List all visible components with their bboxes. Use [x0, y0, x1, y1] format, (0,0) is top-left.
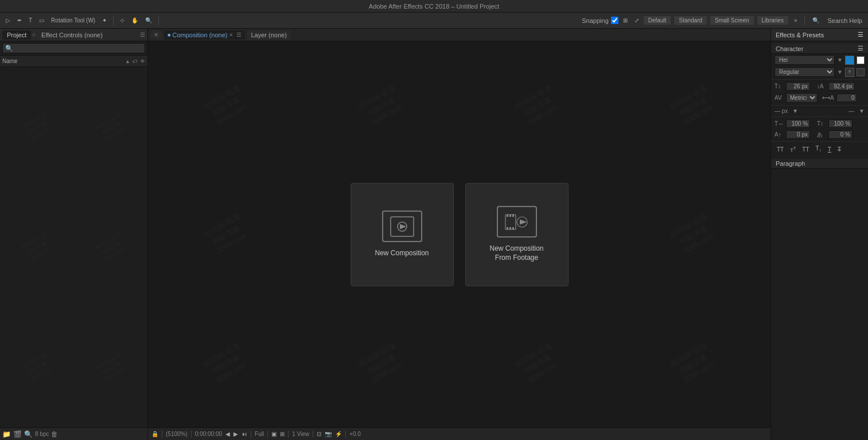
- shape-tool[interactable]: ▭: [37, 16, 46, 25]
- baseline-shift-input[interactable]: [786, 130, 810, 139]
- font-expand-icon[interactable]: ▼: [837, 57, 843, 63]
- expand-icon[interactable]: ⤢: [632, 16, 641, 25]
- selection-tool[interactable]: ▷: [3, 16, 13, 25]
- title-bar: Adobe After Effects CC 2018 – Untitled P…: [0, 0, 868, 13]
- comp-tab-layer[interactable]: Layer (none): [247, 30, 290, 40]
- sort-icon[interactable]: ▲: [125, 59, 130, 64]
- fmt-underline[interactable]: T: [826, 145, 834, 154]
- vc-resolution[interactable]: Full: [255, 431, 264, 437]
- effects-presets-title: Effects & Presets: [776, 32, 824, 38]
- tab-project[interactable]: Project: [2, 30, 31, 40]
- fmt-subscript[interactable]: T↑: [813, 144, 824, 154]
- font-size-input[interactable]: [786, 82, 810, 91]
- comp-viewer: 3D动画·动漫招贴字幕3D66.com 3D动画·动漫招贴字幕3D66.com …: [148, 41, 770, 427]
- vc-fast-preview[interactable]: ⚡: [335, 431, 342, 437]
- comp-tab-close[interactable]: ✕: [229, 32, 233, 38]
- vc-play[interactable]: ⏯: [242, 431, 247, 437]
- snapping-checkbox[interactable]: [611, 17, 618, 24]
- project-search: [0, 41, 147, 56]
- anchor-tool[interactable]: ✦: [100, 16, 109, 25]
- baseline-shift-row: A↑ あ: [771, 129, 868, 140]
- tracking-value-input[interactable]: [836, 94, 857, 102]
- effects-menu-icon[interactable]: ☰: [858, 31, 863, 38]
- new-folder-icon[interactable]: 📁: [2, 430, 11, 438]
- text-color-box[interactable]: [845, 56, 854, 65]
- search-icon[interactable]: 🔍: [810, 16, 822, 25]
- leading-input[interactable]: [828, 82, 855, 91]
- new-comp-icon[interactable]: 🎬: [13, 430, 22, 438]
- baseline-px-label: —: [848, 108, 854, 114]
- fmt-small-caps[interactable]: TT: [788, 145, 798, 154]
- eye-icon[interactable]: 👁: [140, 59, 145, 64]
- snap-icon[interactable]: ⊞: [621, 16, 630, 25]
- vc-render-btn[interactable]: ⊡: [317, 431, 321, 437]
- vc-zoom[interactable]: (5100%): [166, 431, 188, 437]
- effects-presets-header: Effects & Presets ☰: [771, 29, 868, 41]
- new-comp-icon-box: [382, 211, 422, 242]
- zoom-tool[interactable]: 🔍: [143, 16, 154, 25]
- panel-menu-icon[interactable]: ☰: [140, 32, 145, 38]
- workspace-default[interactable]: Default: [644, 16, 671, 25]
- tracking2-icon: ⟷A: [822, 95, 834, 101]
- vc-prev-frame[interactable]: ◀: [225, 431, 230, 437]
- rotation-tool[interactable]: Rotation Tool (W): [49, 16, 98, 25]
- vc-timecode[interactable]: 0:00:00:00: [195, 431, 222, 437]
- vc-offset[interactable]: +0.0: [349, 431, 361, 437]
- project-search-input[interactable]: [2, 43, 145, 53]
- new-comp-footage-svg: [504, 211, 530, 233]
- pen-tool[interactable]: ✒: [15, 16, 24, 25]
- vc-grid[interactable]: ⊞: [280, 431, 285, 437]
- comp-tab-menu[interactable]: ☰: [236, 32, 242, 38]
- snapping-label: Snapping: [582, 17, 609, 24]
- tsuki-input[interactable]: [828, 130, 853, 139]
- fmt-superscript[interactable]: TT: [800, 145, 811, 154]
- layer-tab-label: Layer (none): [251, 32, 286, 38]
- viewer-controls: 🔒 (5100%) 0:00:00:00 ◀ ▶ ⏯ Full ▣ ⊞ 1 Vi…: [148, 427, 770, 440]
- label-icon[interactable]: 🏷: [133, 59, 138, 64]
- vc-next-frame[interactable]: ▶: [233, 431, 238, 437]
- vc-sep-2: [191, 431, 192, 438]
- search-footer-icon[interactable]: 🔍: [24, 430, 33, 438]
- wm-9: 3D动画·动漫招贴字幕3D66.com: [148, 268, 325, 427]
- scale-h-input[interactable]: [786, 119, 810, 128]
- text-stroke-color[interactable]: [857, 56, 865, 64]
- style-expand-icon[interactable]: ▼: [837, 69, 843, 75]
- kerning-method-select[interactable]: Metrics: [786, 93, 818, 103]
- new-composition-card[interactable]: New Composition: [351, 183, 454, 286]
- baseline-expand[interactable]: ▼: [792, 108, 798, 114]
- camera-tool[interactable]: ⊹: [118, 16, 127, 25]
- vc-region[interactable]: ▣: [271, 431, 277, 437]
- scale-v-input[interactable]: [828, 119, 853, 128]
- workspace-libraries[interactable]: Libraries: [757, 16, 788, 25]
- svg-rect-7: [509, 227, 511, 229]
- wm-11: 3D动画·动漫招贴字幕3D66.com: [438, 268, 637, 427]
- delete-icon[interactable]: 🗑: [51, 430, 58, 438]
- vc-sep-3: [251, 431, 251, 438]
- character-menu[interactable]: ☰: [858, 45, 863, 52]
- workspace-standard[interactable]: Standard: [674, 16, 707, 25]
- project-footer: 📁 🎬 🔍 8 bpc 🗑: [0, 427, 147, 440]
- start-cards: New Composition: [351, 183, 569, 286]
- fmt-all-caps[interactable]: TT: [774, 145, 786, 154]
- wm-12: 3D动画·动漫招贴字幕3D66.com: [593, 268, 770, 427]
- hand-tool[interactable]: ✋: [129, 16, 141, 25]
- fmt-strikethrough[interactable]: T: [835, 145, 843, 154]
- vc-views[interactable]: 1 View: [292, 431, 309, 437]
- baseline-px-expand[interactable]: ▼: [859, 108, 865, 114]
- comp-tab-close-all[interactable]: ✕: [150, 30, 162, 39]
- font-name-select[interactable]: Hei: [774, 55, 835, 65]
- text-tool[interactable]: T: [26, 16, 34, 25]
- tab-effect-controls[interactable]: Effect Controls (none): [37, 30, 107, 40]
- text-bg-color[interactable]: T: [845, 68, 854, 77]
- vc-lock[interactable]: 🔒: [151, 431, 158, 437]
- comp-tab-composition[interactable]: ■ Composition (none) ✕ ☰: [164, 30, 245, 40]
- workspace-small-screen[interactable]: Small Screen: [710, 16, 753, 25]
- text-fill-color[interactable]: [857, 68, 865, 76]
- new-composition-from-footage-card[interactable]: New Composition From Footage: [465, 183, 569, 286]
- svg-rect-4: [509, 215, 511, 217]
- project-header: Name ▲ 🏷 👁: [0, 56, 147, 67]
- workspace-more[interactable]: »: [792, 16, 800, 25]
- vc-camera[interactable]: 📷: [325, 431, 332, 437]
- search-help-label[interactable]: Search Help: [825, 16, 865, 25]
- font-style-select[interactable]: Regular: [774, 67, 835, 77]
